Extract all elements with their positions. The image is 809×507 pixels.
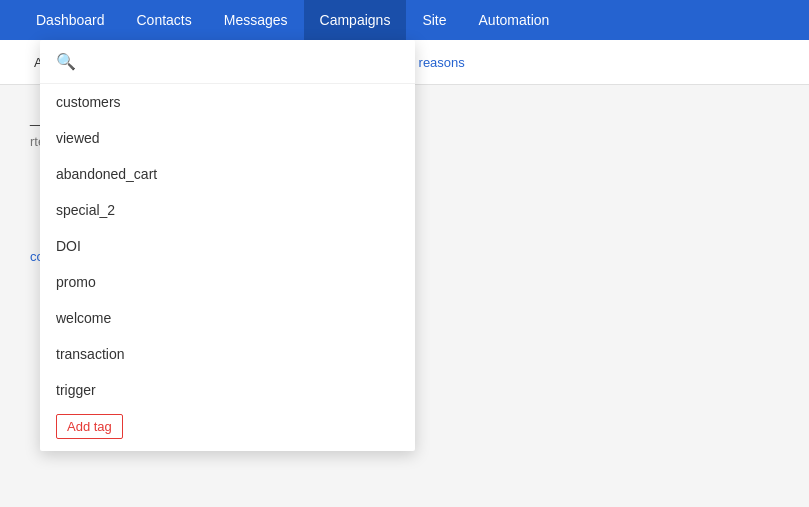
tag-list-item[interactable]: DOI [40,228,415,264]
tag-list-item[interactable]: customers [40,84,415,120]
search-icon: 🔍 [56,52,76,71]
tag-list-item[interactable]: viewed [40,120,415,156]
nav-item-dashboard[interactable]: Dashboard [20,0,121,40]
tag-dropdown: 🔍 customersviewedabandoned_cartspecial_2… [40,40,415,451]
tag-list-item[interactable]: special_2 [40,192,415,228]
tag-list-item[interactable]: promo [40,264,415,300]
tag-list: customersviewedabandoned_cartspecial_2DO… [40,84,415,404]
tag-list-item[interactable]: welcome [40,300,415,336]
tag-list-item[interactable]: abandoned_cart [40,156,415,192]
nav-item-site[interactable]: Site [406,0,462,40]
nav-item-automation[interactable]: Automation [463,0,566,40]
tag-search-container: 🔍 [40,40,415,84]
tag-list-item[interactable]: trigger [40,372,415,404]
nav-item-campaigns[interactable]: Campaigns [304,0,407,40]
tag-search-input[interactable] [84,54,399,70]
tag-list-item[interactable]: transaction [40,336,415,372]
nav-item-messages[interactable]: Messages [208,0,304,40]
add-tag-button[interactable]: Add tag [56,414,123,439]
top-nav: Dashboard Contacts Messages Campaigns Si… [0,0,809,40]
nav-item-contacts[interactable]: Contacts [121,0,208,40]
